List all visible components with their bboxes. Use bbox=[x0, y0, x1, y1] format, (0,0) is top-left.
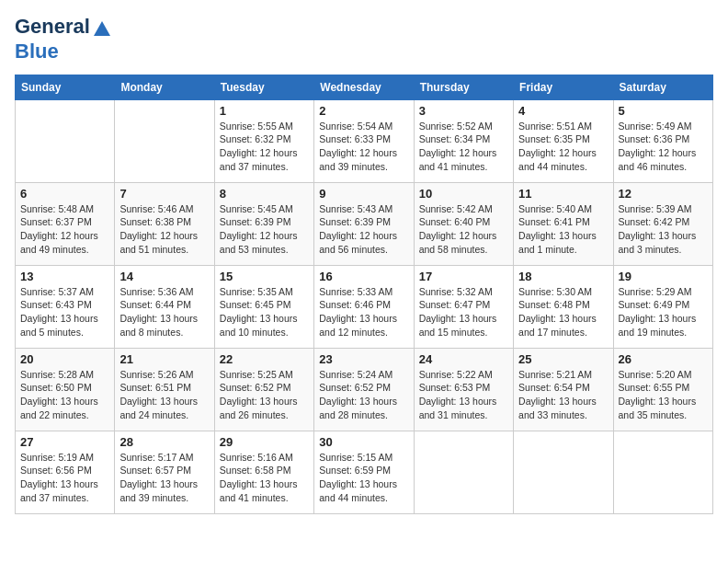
day-info: Sunrise: 5:35 AMSunset: 6:45 PMDaylight:… bbox=[220, 285, 309, 339]
day-number: 10 bbox=[419, 187, 508, 201]
day-number: 16 bbox=[319, 270, 408, 283]
weekday-header-wednesday: Wednesday bbox=[314, 75, 414, 99]
day-info: Sunrise: 5:42 AMSunset: 6:40 PMDaylight:… bbox=[419, 202, 508, 257]
weekday-header-saturday: Saturday bbox=[613, 75, 712, 99]
day-number: 19 bbox=[619, 270, 708, 283]
calendar-cell: 23Sunrise: 5:24 AMSunset: 6:52 PMDayligh… bbox=[314, 348, 414, 431]
day-number: 15 bbox=[220, 270, 309, 283]
day-number: 18 bbox=[518, 270, 608, 283]
day-number: 26 bbox=[619, 352, 708, 366]
day-number: 7 bbox=[119, 187, 209, 201]
weekday-header-row: SundayMondayTuesdayWednesdayThursdayFrid… bbox=[16, 75, 713, 99]
logo: General Blue bbox=[15, 15, 112, 63]
day-info: Sunrise: 5:54 AMSunset: 6:33 PMDaylight:… bbox=[319, 120, 408, 174]
calendar-cell bbox=[514, 431, 613, 513]
calendar-cell: 1Sunrise: 5:55 AMSunset: 6:32 PMDaylight… bbox=[214, 99, 313, 182]
calendar-cell: 15Sunrise: 5:35 AMSunset: 6:45 PMDayligh… bbox=[214, 265, 313, 348]
day-number: 25 bbox=[518, 352, 608, 366]
day-number: 24 bbox=[419, 352, 508, 366]
weekday-header-tuesday: Tuesday bbox=[214, 75, 313, 99]
calendar-cell: 28Sunrise: 5:17 AMSunset: 6:57 PMDayligh… bbox=[115, 431, 214, 513]
day-info: Sunrise: 5:21 AMSunset: 6:54 PMDaylight:… bbox=[518, 368, 608, 422]
day-number: 30 bbox=[319, 435, 408, 449]
calendar-cell: 30Sunrise: 5:15 AMSunset: 6:59 PMDayligh… bbox=[314, 431, 414, 513]
calendar-cell: 27Sunrise: 5:19 AMSunset: 6:56 PMDayligh… bbox=[16, 431, 115, 513]
day-number: 8 bbox=[220, 187, 309, 201]
day-info: Sunrise: 5:15 AMSunset: 6:59 PMDaylight:… bbox=[319, 451, 408, 505]
day-info: Sunrise: 5:24 AMSunset: 6:52 PMDaylight:… bbox=[319, 368, 408, 422]
calendar-cell: 21Sunrise: 5:26 AMSunset: 6:51 PMDayligh… bbox=[115, 348, 214, 431]
calendar-cell: 18Sunrise: 5:30 AMSunset: 6:48 PMDayligh… bbox=[514, 265, 613, 348]
calendar-cell: 9Sunrise: 5:43 AMSunset: 6:39 PMDaylight… bbox=[314, 182, 414, 265]
day-info: Sunrise: 5:46 AMSunset: 6:38 PMDaylight:… bbox=[119, 202, 209, 257]
calendar-cell: 22Sunrise: 5:25 AMSunset: 6:52 PMDayligh… bbox=[214, 348, 313, 431]
day-info: Sunrise: 5:43 AMSunset: 6:39 PMDaylight:… bbox=[319, 202, 408, 257]
logo-text: General Blue bbox=[15, 15, 112, 63]
day-number: 23 bbox=[319, 352, 408, 366]
calendar-cell: 13Sunrise: 5:37 AMSunset: 6:43 PMDayligh… bbox=[16, 265, 115, 348]
day-number: 28 bbox=[119, 435, 209, 449]
calendar-cell: 29Sunrise: 5:16 AMSunset: 6:58 PMDayligh… bbox=[214, 431, 313, 513]
day-info: Sunrise: 5:45 AMSunset: 6:39 PMDaylight:… bbox=[220, 202, 309, 257]
day-info: Sunrise: 5:29 AMSunset: 6:49 PMDaylight:… bbox=[619, 285, 708, 339]
day-number: 17 bbox=[419, 270, 508, 283]
day-number: 9 bbox=[319, 187, 408, 201]
calendar-cell bbox=[115, 99, 214, 182]
calendar-cell: 3Sunrise: 5:52 AMSunset: 6:34 PMDaylight… bbox=[414, 99, 513, 182]
calendar-week-2: 6Sunrise: 5:48 AMSunset: 6:37 PMDaylight… bbox=[16, 182, 713, 265]
calendar-cell: 6Sunrise: 5:48 AMSunset: 6:37 PMDaylight… bbox=[16, 182, 115, 265]
weekday-header-friday: Friday bbox=[514, 75, 613, 99]
day-info: Sunrise: 5:20 AMSunset: 6:55 PMDaylight:… bbox=[619, 368, 708, 422]
calendar-cell: 2Sunrise: 5:54 AMSunset: 6:33 PMDaylight… bbox=[314, 99, 414, 182]
day-info: Sunrise: 5:48 AMSunset: 6:37 PMDaylight:… bbox=[20, 202, 109, 257]
calendar-cell: 11Sunrise: 5:40 AMSunset: 6:41 PMDayligh… bbox=[514, 182, 613, 265]
calendar-cell: 19Sunrise: 5:29 AMSunset: 6:49 PMDayligh… bbox=[613, 265, 712, 348]
page-header: General Blue bbox=[15, 15, 713, 63]
day-number: 2 bbox=[319, 104, 408, 118]
day-info: Sunrise: 5:26 AMSunset: 6:51 PMDaylight:… bbox=[119, 368, 209, 422]
day-info: Sunrise: 5:32 AMSunset: 6:47 PMDaylight:… bbox=[419, 285, 508, 339]
day-number: 1 bbox=[220, 104, 309, 118]
day-info: Sunrise: 5:22 AMSunset: 6:53 PMDaylight:… bbox=[419, 368, 508, 422]
day-number: 6 bbox=[20, 187, 109, 201]
calendar-table: SundayMondayTuesdayWednesdayThursdayFrid… bbox=[15, 75, 713, 514]
day-info: Sunrise: 5:30 AMSunset: 6:48 PMDaylight:… bbox=[518, 285, 608, 339]
calendar-cell: 12Sunrise: 5:39 AMSunset: 6:42 PMDayligh… bbox=[613, 182, 712, 265]
day-info: Sunrise: 5:33 AMSunset: 6:46 PMDaylight:… bbox=[319, 285, 408, 339]
day-info: Sunrise: 5:16 AMSunset: 6:58 PMDaylight:… bbox=[220, 451, 309, 505]
calendar-cell: 10Sunrise: 5:42 AMSunset: 6:40 PMDayligh… bbox=[414, 182, 513, 265]
day-info: Sunrise: 5:17 AMSunset: 6:57 PMDaylight:… bbox=[119, 451, 209, 505]
day-info: Sunrise: 5:36 AMSunset: 6:44 PMDaylight:… bbox=[119, 285, 209, 339]
calendar-cell: 14Sunrise: 5:36 AMSunset: 6:44 PMDayligh… bbox=[115, 265, 214, 348]
calendar-week-4: 20Sunrise: 5:28 AMSunset: 6:50 PMDayligh… bbox=[16, 348, 713, 431]
day-info: Sunrise: 5:25 AMSunset: 6:52 PMDaylight:… bbox=[220, 368, 309, 422]
calendar-cell: 20Sunrise: 5:28 AMSunset: 6:50 PMDayligh… bbox=[16, 348, 115, 431]
day-info: Sunrise: 5:51 AMSunset: 6:35 PMDaylight:… bbox=[518, 120, 608, 174]
svg-marker-0 bbox=[94, 21, 110, 36]
day-info: Sunrise: 5:55 AMSunset: 6:32 PMDaylight:… bbox=[220, 120, 309, 174]
calendar-cell: 4Sunrise: 5:51 AMSunset: 6:35 PMDaylight… bbox=[514, 99, 613, 182]
day-number: 13 bbox=[20, 270, 109, 283]
calendar-week-3: 13Sunrise: 5:37 AMSunset: 6:43 PMDayligh… bbox=[16, 265, 713, 348]
day-number: 5 bbox=[619, 104, 708, 118]
day-info: Sunrise: 5:19 AMSunset: 6:56 PMDaylight:… bbox=[20, 451, 109, 505]
calendar-cell: 24Sunrise: 5:22 AMSunset: 6:53 PMDayligh… bbox=[414, 348, 513, 431]
day-number: 27 bbox=[20, 435, 109, 449]
calendar-cell: 25Sunrise: 5:21 AMSunset: 6:54 PMDayligh… bbox=[514, 348, 613, 431]
calendar-cell bbox=[414, 431, 513, 513]
weekday-header-thursday: Thursday bbox=[414, 75, 513, 99]
calendar-cell bbox=[16, 99, 115, 182]
day-info: Sunrise: 5:52 AMSunset: 6:34 PMDaylight:… bbox=[419, 120, 508, 174]
day-number: 22 bbox=[220, 352, 309, 366]
calendar-cell bbox=[613, 431, 712, 513]
calendar-cell: 17Sunrise: 5:32 AMSunset: 6:47 PMDayligh… bbox=[414, 265, 513, 348]
logo-icon bbox=[92, 19, 112, 40]
day-number: 3 bbox=[419, 104, 508, 118]
day-number: 11 bbox=[518, 187, 608, 201]
day-info: Sunrise: 5:39 AMSunset: 6:42 PMDaylight:… bbox=[619, 202, 708, 257]
day-info: Sunrise: 5:37 AMSunset: 6:43 PMDaylight:… bbox=[20, 285, 109, 339]
calendar-week-5: 27Sunrise: 5:19 AMSunset: 6:56 PMDayligh… bbox=[16, 431, 713, 513]
day-number: 12 bbox=[619, 187, 708, 201]
day-number: 4 bbox=[518, 104, 608, 118]
day-number: 20 bbox=[20, 352, 109, 366]
